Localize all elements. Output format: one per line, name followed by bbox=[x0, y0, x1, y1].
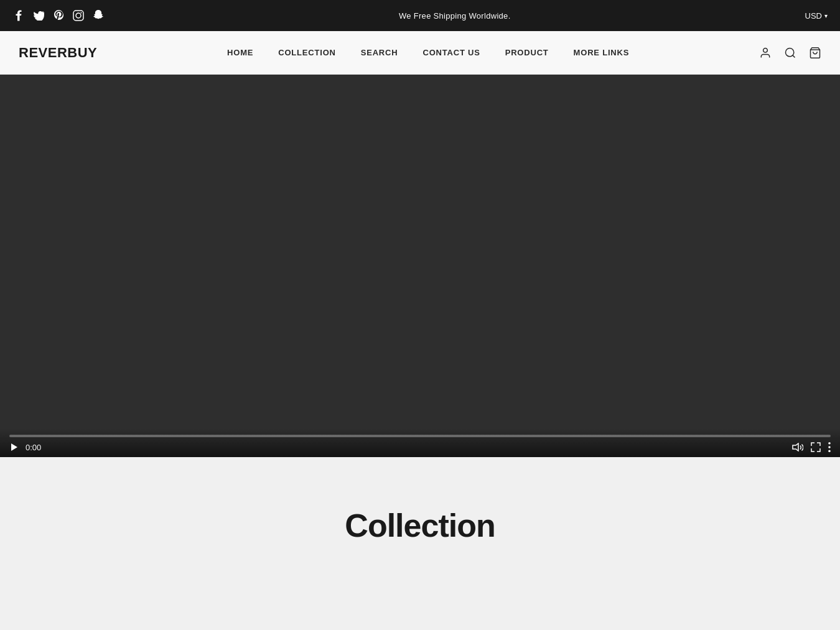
svg-point-4 bbox=[786, 48, 794, 56]
navigation: REVERBUY HOME COLLECTION SEARCH CONTACT … bbox=[0, 31, 840, 75]
currency-label: USD bbox=[805, 11, 822, 21]
shipping-message: We Free Shipping Worldwide. bbox=[399, 11, 511, 21]
svg-marker-7 bbox=[11, 443, 17, 451]
currency-selector[interactable]: USD ▾ bbox=[805, 11, 828, 21]
nav-more-links[interactable]: MORE LINKS bbox=[574, 48, 630, 57]
chevron-down-icon: ▾ bbox=[824, 12, 828, 19]
collection-section: Collection bbox=[0, 457, 840, 630]
video-player[interactable]: 0:00 bbox=[0, 75, 840, 457]
nav-links: HOME COLLECTION SEARCH CONTACT US PRODUC… bbox=[227, 48, 629, 57]
svg-rect-0 bbox=[73, 11, 83, 21]
twitter-icon[interactable] bbox=[32, 9, 45, 22]
video-controls-right bbox=[792, 442, 831, 452]
collection-title: Collection bbox=[12, 507, 828, 544]
svg-point-10 bbox=[828, 446, 831, 448]
svg-point-3 bbox=[763, 48, 768, 52]
video-time: 0:00 bbox=[26, 443, 41, 452]
nav-actions bbox=[759, 47, 821, 59]
nav-product[interactable]: PRODUCT bbox=[505, 48, 549, 57]
svg-point-9 bbox=[828, 442, 831, 445]
svg-marker-8 bbox=[793, 443, 798, 451]
svg-point-11 bbox=[828, 450, 831, 452]
video-controls-left: 0:00 bbox=[9, 443, 41, 452]
cart-icon[interactable] bbox=[809, 47, 821, 59]
fullscreen-icon[interactable] bbox=[811, 442, 821, 452]
snapchat-icon[interactable] bbox=[92, 9, 105, 22]
svg-line-5 bbox=[793, 55, 795, 57]
nav-contact[interactable]: CONTACT US bbox=[422, 48, 480, 57]
pinterest-icon[interactable] bbox=[52, 9, 65, 22]
nav-collection[interactable]: COLLECTION bbox=[278, 48, 336, 57]
search-icon[interactable] bbox=[784, 47, 796, 59]
play-button[interactable] bbox=[9, 443, 18, 452]
instagram-icon[interactable] bbox=[72, 9, 85, 22]
video-controls: 0:00 bbox=[0, 428, 840, 457]
more-options-icon[interactable] bbox=[828, 442, 831, 452]
svg-point-2 bbox=[81, 12, 82, 14]
volume-icon[interactable] bbox=[792, 443, 803, 452]
account-icon[interactable] bbox=[759, 47, 772, 59]
video-progress-bar[interactable] bbox=[9, 435, 831, 437]
svg-point-1 bbox=[76, 13, 81, 18]
social-icons bbox=[12, 9, 105, 22]
facebook-icon[interactable] bbox=[12, 9, 25, 22]
site-logo[interactable]: REVERBUY bbox=[19, 45, 97, 61]
nav-home[interactable]: HOME bbox=[227, 48, 253, 57]
nav-search[interactable]: SEARCH bbox=[361, 48, 398, 57]
top-bar: We Free Shipping Worldwide. USD ▾ bbox=[0, 0, 840, 31]
